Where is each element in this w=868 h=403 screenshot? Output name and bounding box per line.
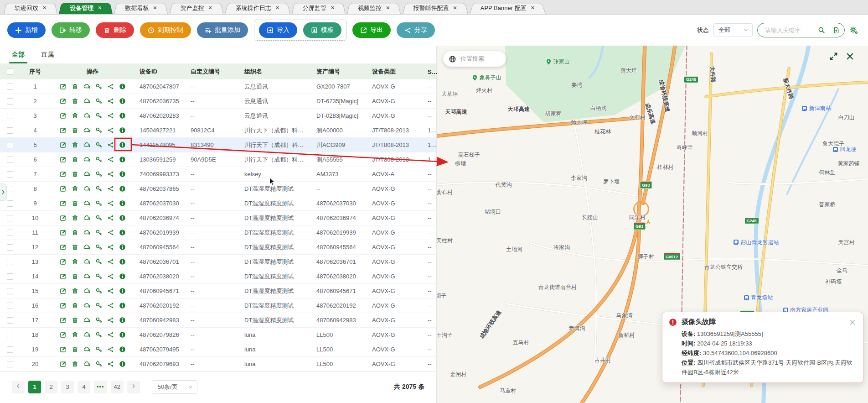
- key-icon[interactable]: [95, 229, 102, 236]
- device-row[interactable]: 3487062020283--云息通讯DT-0283[Magic]AOVX-G-…: [0, 109, 436, 123]
- share-icon[interactable]: [107, 317, 114, 324]
- cloud-control-icon[interactable]: [83, 302, 90, 309]
- delete-icon[interactable]: [72, 258, 78, 265]
- page-button[interactable]: 42: [111, 381, 124, 393]
- toolbar-transfer-button[interactable]: 转移: [52, 22, 90, 38]
- info-icon[interactable]: [119, 215, 126, 221]
- key-icon[interactable]: [95, 244, 102, 251]
- close-tab-icon[interactable]: ✕: [42, 5, 46, 10]
- toolbar-template-button[interactable]: 模板: [303, 22, 341, 38]
- info-icon[interactable]: [119, 98, 126, 105]
- device-row[interactable]: 61303659125990A9D5E川行天下（成都）科技...测A55555J…: [0, 152, 436, 167]
- delete-icon[interactable]: [72, 98, 78, 105]
- tab-direct[interactable]: 直属: [41, 46, 54, 63]
- device-row[interactable]: 13487062036701--DT温湿度精度测试487062036701AOV…: [0, 255, 436, 269]
- edit-icon[interactable]: [60, 171, 67, 178]
- select-all-checkbox[interactable]: [7, 68, 13, 75]
- row-checkbox[interactable]: [7, 142, 13, 148]
- edit-icon[interactable]: [60, 331, 67, 338]
- device-row[interactable]: 18487062079826--lunaLL500AOVX-G--: [0, 328, 436, 342]
- app-tab[interactable]: 报警邮件配置✕: [403, 2, 468, 14]
- toolbar-share-button[interactable]: 分享: [397, 22, 435, 38]
- page-button[interactable]: 2: [45, 381, 57, 393]
- delete-icon[interactable]: [72, 171, 78, 178]
- cloud-control-icon[interactable]: [83, 331, 90, 338]
- search-icon[interactable]: [818, 26, 825, 34]
- cloud-control-icon[interactable]: [83, 273, 90, 280]
- row-checkbox[interactable]: [7, 259, 13, 265]
- device-row[interactable]: 8487062037865--DT温湿度精度测试--AOVX-G--: [0, 182, 436, 196]
- row-checkbox[interactable]: [7, 303, 13, 309]
- device-row[interactable]: 5144115780958313490川行天下（成都）科技...川ACG909J…: [0, 138, 436, 152]
- edit-icon[interactable]: [60, 244, 67, 251]
- row-checkbox[interactable]: [7, 332, 13, 338]
- edit-icon[interactable]: [60, 302, 67, 309]
- share-icon[interactable]: [107, 127, 114, 134]
- edit-icon[interactable]: [60, 185, 67, 192]
- page-button[interactable]: 4: [78, 381, 90, 393]
- share-icon[interactable]: [107, 156, 114, 163]
- info-icon[interactable]: [119, 229, 126, 236]
- edit-icon[interactable]: [60, 83, 67, 90]
- close-tab-icon[interactable]: ✕: [153, 5, 157, 10]
- device-row[interactable]: 16487062020192--DT温湿度精度测试487062020192AOV…: [0, 298, 436, 313]
- edit-icon[interactable]: [60, 317, 67, 324]
- device-row[interactable]: 11487062019939--DT温湿度精度测试487062019939AOV…: [0, 225, 436, 240]
- cloud-control-icon[interactable]: [83, 244, 90, 251]
- row-checkbox[interactable]: [7, 200, 13, 207]
- info-icon[interactable]: [119, 127, 126, 134]
- key-icon[interactable]: [95, 112, 102, 119]
- cloud-control-icon[interactable]: [83, 200, 90, 207]
- toolbar-clock-button[interactable]: 到期控制: [140, 22, 191, 38]
- row-checkbox[interactable]: [7, 113, 13, 119]
- share-icon[interactable]: [107, 331, 114, 338]
- edit-icon[interactable]: [60, 361, 67, 367]
- edit-icon[interactable]: [60, 141, 67, 148]
- device-row[interactable]: 41450492722190812C4川行天下（成都）科技...测A00000J…: [0, 123, 436, 138]
- close-tab-icon[interactable]: ✕: [275, 5, 279, 10]
- row-checkbox[interactable]: [7, 244, 13, 251]
- toolbar-batch-button[interactable]: 批量添加: [197, 22, 248, 38]
- device-row[interactable]: 2487062036735--云息通讯DT-6735[Magic]AOVX-G-…: [0, 94, 436, 109]
- share-icon[interactable]: [107, 171, 114, 178]
- info-icon[interactable]: [119, 185, 126, 192]
- cloud-control-icon[interactable]: [83, 258, 90, 265]
- delete-icon[interactable]: [72, 200, 78, 207]
- close-tab-icon[interactable]: ✕: [98, 5, 102, 10]
- share-icon[interactable]: [107, 229, 114, 236]
- cloud-control-icon[interactable]: [83, 112, 90, 119]
- page-button[interactable]: 3: [61, 381, 74, 393]
- prev-page-button[interactable]: [12, 381, 25, 393]
- share-icon[interactable]: [107, 141, 114, 148]
- share-icon[interactable]: [107, 112, 114, 119]
- cloud-control-icon[interactable]: [83, 171, 90, 178]
- key-icon[interactable]: [95, 215, 102, 221]
- app-tab[interactable]: 数据看板✕: [114, 2, 168, 14]
- sidebar-expand-handle[interactable]: [0, 183, 7, 201]
- key-icon[interactable]: [95, 288, 102, 294]
- share-icon[interactable]: [107, 346, 114, 353]
- row-checkbox[interactable]: [7, 230, 13, 236]
- app-tab[interactable]: 视频监控✕: [347, 2, 401, 14]
- delete-icon[interactable]: [72, 141, 78, 148]
- delete-icon[interactable]: [72, 302, 78, 309]
- next-page-button[interactable]: [127, 381, 140, 393]
- key-icon[interactable]: [95, 127, 102, 134]
- status-select[interactable]: 全部: [713, 23, 753, 37]
- cloud-control-icon[interactable]: [83, 141, 90, 148]
- key-icon[interactable]: [95, 302, 102, 309]
- key-icon[interactable]: [95, 200, 102, 207]
- delete-icon[interactable]: [72, 273, 78, 280]
- key-icon[interactable]: [95, 317, 102, 324]
- advanced-search-icon[interactable]: [833, 27, 840, 34]
- search-input[interactable]: [764, 26, 814, 34]
- info-icon[interactable]: [119, 141, 126, 148]
- info-icon[interactable]: [119, 200, 126, 207]
- cloud-control-icon[interactable]: [83, 288, 90, 294]
- key-icon[interactable]: [95, 171, 102, 178]
- info-icon[interactable]: [119, 273, 126, 280]
- alarm-close-icon[interactable]: [849, 319, 856, 325]
- app-tab[interactable]: 设备管理✕: [59, 2, 113, 14]
- row-checkbox[interactable]: [7, 186, 13, 192]
- cloud-control-icon[interactable]: [83, 185, 90, 192]
